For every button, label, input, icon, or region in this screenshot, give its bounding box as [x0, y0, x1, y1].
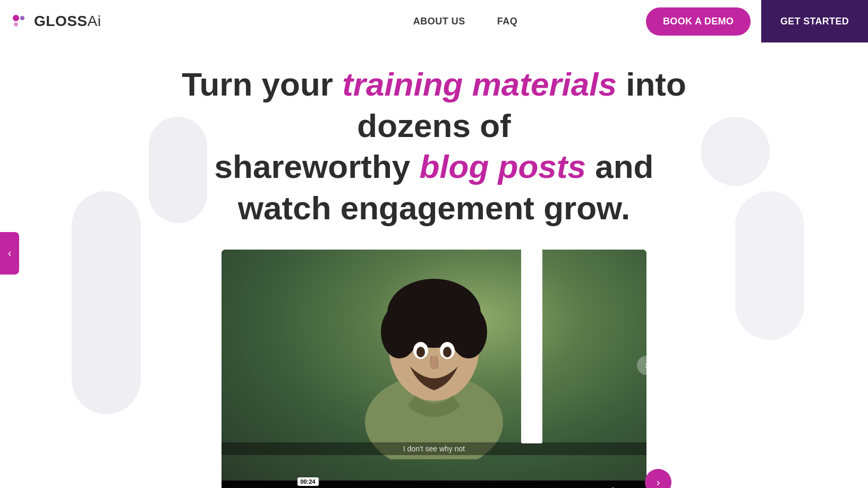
bottom-circle-button[interactable]: ›	[645, 469, 671, 488]
logo-gloss: GLOSS	[34, 13, 88, 29]
hero-line2-prefix: shareworthy	[215, 148, 420, 185]
bottom-circle-icon: ›	[657, 476, 660, 489]
left-chevron-icon: ‹	[8, 247, 12, 259]
video-person-silhouette	[322, 252, 546, 459]
hero-title: Turn your training materials into dozens…	[142, 64, 726, 228]
hero-line2-suffix: and	[586, 148, 653, 185]
settings-button[interactable]	[606, 485, 620, 488]
logo-ai: Ai	[88, 13, 101, 29]
glossai-logo-icon	[11, 12, 30, 31]
nav-buttons: BOOK A DEMO GET STARTED	[646, 0, 868, 42]
airplay-button[interactable]	[570, 485, 584, 488]
video-controls-bar: ⏸ 00:24	[222, 481, 646, 488]
svg-point-7	[450, 305, 487, 358]
video-timestamp-tooltip: 00:24	[521, 250, 542, 443]
hero-line1-prefix: Turn your	[182, 66, 342, 102]
hero-section: Turn your training materials into dozens…	[0, 42, 868, 228]
logo[interactable]: GLOSSAi	[11, 12, 101, 31]
svg-point-11	[443, 347, 452, 357]
logo-text: GLOSSAi	[34, 13, 101, 30]
fullscreen-button[interactable]	[624, 485, 638, 488]
nav-faq[interactable]: FAQ	[497, 16, 518, 27]
svg-point-10	[416, 347, 425, 357]
video-time-tooltip: 00:24	[297, 477, 319, 486]
hero-line3: watch engagement grow.	[238, 190, 630, 226]
navbar: GLOSSAi ABOUT US FAQ BOOK A DEMO GET STA…	[0, 0, 868, 42]
hero-highlight-blog: blog posts	[420, 148, 586, 185]
video-player[interactable]: I don't see why not 00:24 › ⏸ 00:24	[222, 250, 646, 488]
get-started-button[interactable]: GET STARTED	[761, 0, 868, 42]
nav-links: ABOUT US FAQ	[413, 16, 518, 27]
video-frame: I don't see why not 00:24 ›	[222, 250, 646, 481]
svg-point-6	[381, 305, 418, 358]
svg-point-1	[20, 16, 24, 20]
pause-button[interactable]: ⏸	[230, 486, 244, 489]
hero-highlight-training: training materials	[342, 66, 617, 102]
video-subtitle: I don't see why not	[222, 442, 646, 455]
left-chevron-button[interactable]: ‹	[0, 232, 19, 275]
captions-button[interactable]	[588, 485, 602, 488]
nav-about-us[interactable]: ABOUT US	[413, 16, 465, 27]
video-control-icons	[570, 485, 638, 488]
svg-point-0	[13, 15, 19, 21]
book-demo-button[interactable]: BOOK A DEMO	[646, 7, 751, 36]
svg-point-2	[14, 22, 18, 27]
